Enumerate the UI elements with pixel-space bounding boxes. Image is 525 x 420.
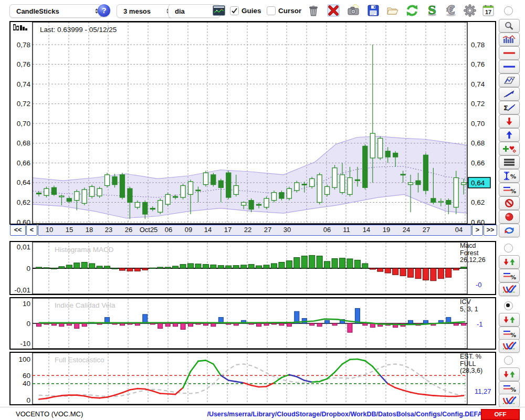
stochastic-last-value: 11,27: [475, 387, 491, 395]
macd-radio[interactable]: [504, 244, 513, 253]
settings-gear-icon[interactable]: [463, 4, 477, 17]
cursor-checkbox[interactable]: [267, 6, 276, 15]
camera-icon[interactable]: [346, 4, 360, 17]
help-button[interactable]: ?: [98, 4, 110, 17]
macd-curves-button[interactable]: [499, 282, 520, 296]
date-nav-bar: << < 1015182326Oct2506091417222730061114…: [9, 225, 496, 236]
trend-line-button[interactable]: [499, 87, 520, 101]
calendar-day: 17: [485, 9, 491, 15]
chart-type-select[interactable]: CandleSticks: [9, 4, 102, 18]
svg-text:0: 0: [26, 320, 30, 328]
add-markers-button[interactable]: [499, 142, 520, 155]
delete-red-x-icon[interactable]: [327, 4, 340, 17]
nav-next-button[interactable]: >: [472, 225, 483, 236]
forbidden-icon: [501, 198, 517, 208]
svg-text:Σ: Σ: [503, 104, 508, 112]
nav-date: 27: [411, 226, 442, 234]
magnifier-icon: [501, 21, 517, 30]
red-line-icon: [501, 48, 517, 58]
sync-icon[interactable]: S: [425, 4, 439, 17]
arrow-down-red-button[interactable]: [499, 114, 520, 128]
forbidden-button[interactable]: [499, 196, 520, 210]
main-chart-canvas[interactable]: 0,780,780,760,760,740,740,720,720,700,70…: [9, 21, 496, 225]
save-floppy-icon[interactable]: [366, 4, 380, 17]
arrow-up-blue-button[interactable]: [499, 128, 520, 142]
macd-panel: Histograma MACD MacdForest26,12,26 -0 0,…: [9, 241, 496, 295]
add-markers-icon: [501, 144, 517, 153]
lines-percent-icon: %: [501, 329, 517, 338]
svg-text:%: %: [510, 173, 516, 180]
macd-last-value: -0: [476, 281, 482, 289]
icv-params-label: ICV5, 3, 1: [460, 299, 495, 313]
svg-text:%: %: [510, 332, 516, 338]
nav-first-button[interactable]: <<: [10, 225, 26, 236]
stochastic-radio[interactable]: [504, 356, 513, 365]
trash-icon[interactable]: [307, 4, 320, 17]
interval-value: dia: [175, 7, 185, 15]
calendar-icon[interactable]: 17: [481, 4, 495, 17]
down-up-arrows-icon: [501, 315, 517, 324]
sigma-trend-button[interactable]: Σ: [499, 101, 520, 114]
svg-text:0,72: 0,72: [471, 100, 485, 108]
svg-text:0,01: 0,01: [17, 243, 30, 251]
lines-percent-icon: %: [501, 185, 517, 194]
zoom-button[interactable]: [499, 19, 520, 33]
measure-vertical-percent-button[interactable]: %: [499, 169, 520, 183]
toolbar: CandleSticks ? 3 mesos dia Guies Cursor: [0, 0, 525, 21]
period-select[interactable]: 3 mesos: [117, 4, 173, 18]
euro-icon[interactable]: €: [444, 4, 458, 17]
nav-date: 04: [443, 226, 475, 234]
macd-title: Histograma MACD: [55, 246, 114, 254]
mini-chart-icon: [501, 35, 517, 44]
vertical-percent-icon: %: [501, 171, 517, 181]
config-path-label: /Users/mserra/Library/CloudStorage/Dropb…: [207, 411, 507, 418]
list-bars-icon: [501, 158, 517, 167]
svg-text:%: %: [510, 274, 516, 280]
price-tag-value: 0,64: [471, 179, 485, 187]
red-line-button[interactable]: [499, 46, 520, 60]
stochastic-curves-button[interactable]: [499, 394, 520, 407]
date-strip[interactable]: 1015182326Oct250609141722273006111419242…: [38, 225, 471, 236]
stochastic-arrows-button[interactable]: [499, 368, 520, 381]
icv-title: Indice Calidad Vela: [55, 301, 116, 309]
check-icon: [230, 7, 238, 15]
curves-icon: [501, 341, 517, 351]
lines-percent-icon: %: [501, 383, 517, 393]
stochastic-params-label: EST. %FULL(28,3,6): [460, 353, 495, 375]
off-button[interactable]: OFF: [481, 409, 520, 420]
svg-text:0,74: 0,74: [471, 80, 485, 88]
record-icon: [501, 212, 517, 222]
mini-chart-window-icon[interactable]: [213, 5, 225, 16]
main-chart-radio[interactable]: [504, 6, 513, 15]
down-up-arrows-icon: [501, 370, 517, 379]
cursor-label: Cursor: [278, 7, 301, 15]
cycle-arrows-button[interactable]: [499, 224, 520, 237]
blue-line-button[interactable]: [499, 60, 520, 74]
list-bars-button[interactable]: [499, 155, 520, 169]
guides-label: Guies: [242, 7, 261, 15]
mini-chart-button[interactable]: [499, 33, 520, 46]
macd-arrows-button[interactable]: [499, 255, 520, 269]
svg-text:0,70: 0,70: [471, 120, 485, 128]
refresh-icon[interactable]: [405, 4, 419, 17]
record-button[interactable]: [499, 210, 520, 224]
stochastic-percent-button[interactable]: %: [499, 381, 520, 395]
histogram-style-icon[interactable]: [13, 23, 30, 32]
open-folder-icon[interactable]: [386, 4, 400, 17]
lines-percent-button[interactable]: %: [499, 183, 520, 196]
macd-percent-button[interactable]: %: [499, 269, 520, 282]
icv-curves-button[interactable]: [499, 339, 520, 353]
nav-date: 30: [271, 226, 303, 234]
icv-radio[interactable]: [504, 301, 513, 310]
icv-arrows-button[interactable]: [499, 313, 520, 327]
svg-text:0,72: 0,72: [17, 100, 30, 108]
icv-percent-button[interactable]: %: [499, 327, 520, 340]
arrow-up-blue-icon: [501, 130, 517, 140]
channel-button[interactable]: [499, 74, 520, 87]
guides-checkbox[interactable]: [230, 6, 239, 15]
nav-last-button[interactable]: >>: [484, 225, 497, 236]
chart-type-value: CandleSticks: [16, 7, 59, 15]
svg-text:100: 100: [18, 355, 30, 363]
period-value: 3 mesos: [123, 7, 151, 15]
symbol-label: VOCENTO (VOC.MC): [16, 410, 83, 418]
